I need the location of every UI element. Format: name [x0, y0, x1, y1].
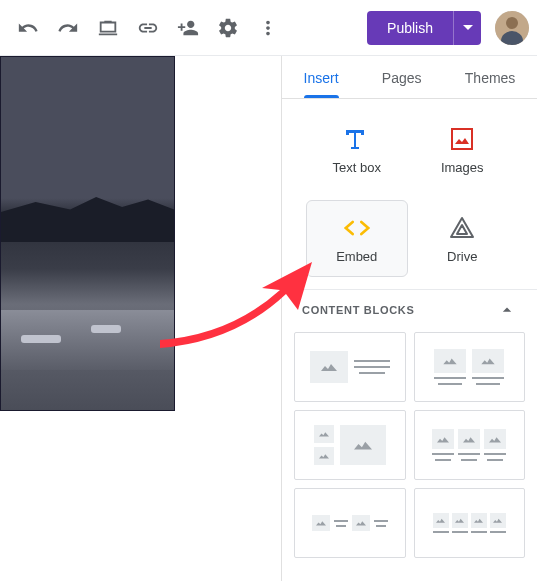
block-layout-5[interactable] — [294, 488, 406, 558]
content-blocks-header[interactable]: CONTENT BLOCKS — [282, 289, 537, 326]
textbox-icon — [344, 126, 370, 152]
undo-button[interactable] — [8, 8, 48, 48]
insert-images[interactable]: Images — [412, 111, 514, 188]
publish-dropdown[interactable] — [453, 11, 481, 45]
insert-embed[interactable]: Embed — [306, 200, 408, 277]
insert-label: Images — [441, 160, 484, 175]
insert-label: Text box — [333, 160, 381, 175]
account-avatar[interactable] — [495, 11, 529, 45]
embed-icon — [344, 215, 370, 241]
svg-rect-3 — [452, 129, 472, 149]
block-layout-4[interactable] — [414, 410, 526, 480]
top-toolbar: Publish — [0, 0, 537, 56]
insert-drive[interactable]: Drive — [412, 200, 514, 277]
drive-icon — [449, 215, 475, 241]
tab-insert[interactable]: Insert — [304, 70, 339, 98]
tab-themes[interactable]: Themes — [465, 70, 516, 98]
section-label: CONTENT BLOCKS — [302, 304, 414, 316]
more-button[interactable] — [248, 8, 288, 48]
chevron-up-icon — [497, 300, 517, 320]
block-layout-1[interactable] — [294, 332, 406, 402]
insert-textbox[interactable]: Text box — [306, 111, 408, 188]
preview-button[interactable] — [88, 8, 128, 48]
sidebar-tabs: Insert Pages Themes — [282, 56, 537, 99]
block-layout-3[interactable] — [294, 410, 406, 480]
share-button[interactable] — [168, 8, 208, 48]
redo-button[interactable] — [48, 8, 88, 48]
images-icon — [449, 126, 475, 152]
svg-point-1 — [506, 17, 518, 29]
block-layout-2[interactable] — [414, 332, 526, 402]
insert-label: Drive — [447, 249, 477, 264]
editor-canvas[interactable] — [0, 56, 282, 581]
publish-button[interactable]: Publish — [367, 11, 453, 45]
link-button[interactable] — [128, 8, 168, 48]
page-header-image[interactable] — [0, 56, 175, 411]
content-blocks-grid — [282, 326, 537, 564]
right-sidebar: Insert Pages Themes Text box Images Embe… — [282, 56, 537, 581]
tab-pages[interactable]: Pages — [382, 70, 422, 98]
settings-button[interactable] — [208, 8, 248, 48]
block-layout-6[interactable] — [414, 488, 526, 558]
insert-label: Embed — [336, 249, 377, 264]
